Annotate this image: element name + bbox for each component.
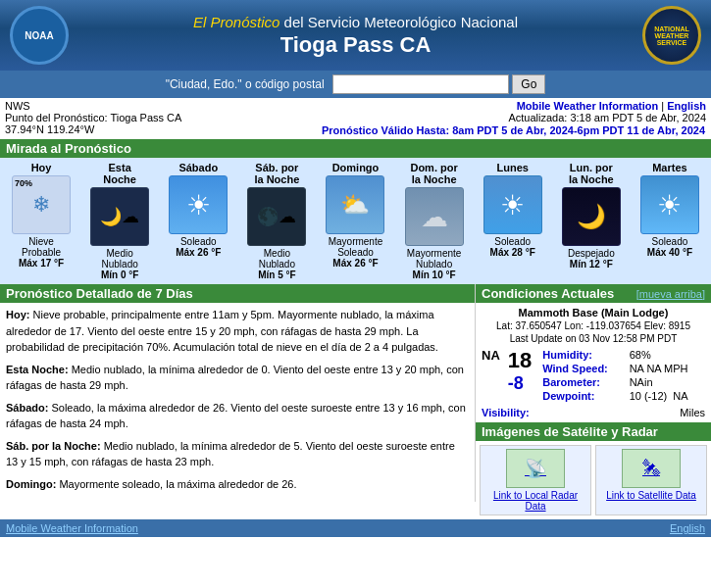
nws-text: NATIONALWEATHERSERVICE	[654, 25, 689, 46]
bottom-bar: Mobile Weather Information English	[0, 519, 711, 537]
station-update: Last Update on 03 Nov 12:58 PM PDT	[482, 333, 705, 344]
forecast-overview-header: Mirada al Pronóstico	[0, 139, 711, 158]
detailed-header: Pronóstico Detallado de 7 Días	[0, 284, 475, 303]
nws-logo: NATIONALWEATHERSERVICE	[642, 6, 701, 65]
humidity-label: Humidity:	[539, 348, 626, 362]
visibility-label: Visibility:	[482, 407, 530, 418]
valid-label: Pronóstico Válido Hasta:	[322, 124, 449, 136]
coords-label: 37.94°N 119.24°W	[5, 123, 181, 135]
day-temp-1: Mín 0 °F	[84, 270, 155, 280]
day-name-6: Lunes	[478, 162, 548, 173]
col-right: Condiciones Actuales [mueva arriba] Mamm…	[476, 284, 711, 519]
local-radar-link[interactable]: 📡 Link to Local Radar Data	[480, 445, 591, 515]
mueva-arriba-link[interactable]: [mueva arriba]	[636, 288, 705, 300]
day-temp-3: Mín 5 °F	[241, 270, 312, 280]
day-prob-0: 70%	[15, 178, 32, 188]
humidity-row: Humidity: 68%	[539, 348, 705, 362]
col-left: Pronóstico Detallado de 7 Días Hoy: Niev…	[0, 284, 476, 502]
punto-pronostico: Punto del Pronóstico: Tioga Pass CA	[5, 112, 181, 123]
mobile-weather-link[interactable]: Mobile Weather Information	[517, 100, 659, 112]
day-icon-3	[247, 187, 306, 246]
valid-bar: Pronóstico Válido Hasta: 8am PDT 5 de Ab…	[321, 123, 706, 137]
day-col-3: Sáb. porla Noche MedioNublado Mín 5 °F	[241, 162, 312, 280]
tagline-em: El Pronóstico	[193, 14, 279, 30]
day-desc-8: Soleado	[635, 236, 705, 247]
dewpoint-label: Dewpoint:	[539, 389, 626, 403]
satellite-body: 📡 Link to Local Radar Data 🛰 Link to Sat…	[476, 441, 711, 519]
day-name-5: Dom. porla Noche	[399, 162, 470, 185]
english-link[interactable]: English	[667, 100, 706, 112]
day-icon-1	[90, 187, 149, 246]
satellite-icon: 🛰	[622, 449, 681, 488]
detailed-p1: Esta Noche: Medio nublado, la mínima alr…	[6, 362, 469, 394]
day-temp-8: Máx 40 °F	[635, 247, 705, 258]
info-bar: NWS Punto del Pronóstico: Tioga Pass CA …	[0, 98, 711, 139]
current-header-label: Condiciones Actuales	[482, 286, 614, 301]
dewpoint-row: Dewpoint: 10 (-12) NA	[539, 389, 705, 403]
day-desc-0: NieveProbable	[6, 236, 76, 258]
temp-low: -8	[508, 373, 532, 394]
actualizada-text: Actualizada: 3:18 am PDT 5 de Abr, 2024	[321, 112, 706, 123]
info-bar-left: NWS Punto del Pronóstico: Tioga Pass CA …	[5, 100, 181, 137]
day-name-7: Lun. porla Noche	[556, 162, 627, 185]
day-desc-3: MedioNublado	[241, 248, 312, 270]
weather-details: Humidity: 68% Wind Speed: NA NA MPH Baro…	[539, 348, 705, 403]
baro-row: Barometer: NAin	[539, 375, 705, 389]
day-icon-7	[562, 187, 621, 246]
nws-label: NWS	[5, 100, 181, 112]
day-col-1: EstaNoche MedioNublado Mín 0 °F	[84, 162, 155, 280]
day-desc-4: MayormenteSoleado	[320, 236, 390, 258]
day-desc-1: MedioNublado	[84, 248, 155, 270]
day-name-4: Domingo	[320, 162, 390, 173]
search-button[interactable]: Go	[512, 74, 545, 94]
satellite-header: Imágenes de Satélite y Radar	[476, 422, 711, 441]
noaa-logo: NOAA	[10, 6, 69, 65]
day-temp-2: Máx 26 °F	[163, 247, 233, 258]
day-icon-8	[640, 175, 699, 234]
wind-label: Wind Speed:	[539, 362, 626, 375]
search-bar: "Ciudad, Edo." o código postal Go	[0, 71, 711, 98]
detailed-p2: Sábado: Soleado, la máxima alrededor de …	[6, 400, 469, 432]
na-label: NA	[482, 348, 500, 363]
city-name: Tioga Pass CA	[69, 32, 642, 58]
day-col-8: Martes Soleado Máx 40 °F	[635, 162, 705, 280]
current-body: Mammoth Base (Main Lodge) Lat: 37.650547…	[476, 303, 711, 422]
day-col-4: Domingo MayormenteSoleado Máx 26 °F	[320, 162, 390, 280]
day-temp-7: Mín 12 °F	[556, 259, 627, 270]
wind-val: NA NA MPH	[627, 362, 705, 375]
day-icon-4	[326, 175, 384, 234]
day-icon-2	[169, 175, 228, 234]
day-name-3: Sáb. porla Noche	[241, 162, 312, 185]
search-input[interactable]	[332, 74, 509, 94]
day-col-2: Sábado Soleado Máx 26 °F	[163, 162, 233, 280]
satellite-data-link[interactable]: 🛰 Link to Satellite Data	[595, 445, 707, 515]
day-icon-5	[405, 187, 464, 246]
day-col-5: Dom. porla Noche MayormenteNublado Mín 1…	[399, 162, 470, 280]
day-desc-7: Despejado	[556, 248, 627, 259]
day-col-7: Lun. porla Noche Despejado Mín 12 °F	[556, 162, 627, 280]
bottom-mobile-link[interactable]: Mobile Weather Information	[6, 522, 138, 534]
radar-link-text[interactable]: Link to Local Radar Data	[493, 490, 578, 512]
day-icon-6	[483, 175, 542, 234]
day-name-1: EstaNoche	[84, 162, 155, 185]
satellite-link-text[interactable]: Link to Satellite Data	[606, 490, 696, 501]
dewpoint-val: 10 (-12) NA	[627, 389, 705, 403]
noaa-text: NOAA	[25, 30, 53, 41]
detailed-p4: Domingo: Mayormente soleado, la máxima a…	[6, 476, 469, 493]
detailed-body: Hoy: Nieve probable, principalmente entr…	[0, 303, 475, 502]
miles-label: Miles	[680, 407, 705, 418]
day-temp-6: Máx 28 °F	[478, 247, 548, 258]
valid-time: 8am PDT 5 de Abr, 2024-6pm PDT 11 de Abr…	[452, 124, 705, 136]
tagline-main: del Servicio Meteorológico Nacional	[279, 14, 518, 30]
day-icon-0: 70%	[12, 175, 71, 234]
weather-table: Humidity: 68% Wind Speed: NA NA MPH Baro…	[539, 348, 705, 403]
bottom-english-link[interactable]: English	[670, 522, 705, 534]
day-desc-2: Soleado	[163, 236, 233, 247]
station-coords: Lat: 37.650547 Lon: -119.037654 Elev: 89…	[482, 320, 705, 331]
wind-row: Wind Speed: NA NA MPH	[539, 362, 705, 375]
day-desc-6: Soleado	[478, 236, 548, 247]
current-conditions-header: Condiciones Actuales [mueva arriba]	[476, 284, 711, 303]
baro-label: Barometer:	[539, 375, 626, 389]
day-desc-5: MayormenteNublado	[399, 248, 470, 270]
main-cols: Pronóstico Detallado de 7 Días Hoy: Niev…	[0, 284, 711, 519]
